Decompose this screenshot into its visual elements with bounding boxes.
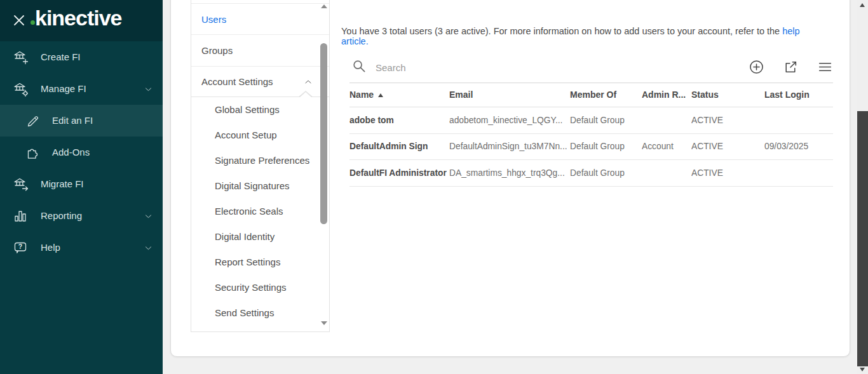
page-scrollbar-thumb[interactable]	[857, 111, 868, 366]
more-options-button[interactable]	[817, 59, 833, 75]
chevron-down-icon	[144, 84, 153, 94]
cell-status: ACTIVE	[691, 116, 764, 125]
plus-circle-icon	[749, 59, 764, 75]
subnav-item-groups[interactable]: Groups	[191, 35, 329, 67]
export-icon	[783, 59, 799, 75]
help-bubble-icon: ?	[13, 240, 28, 255]
users-toolbar	[349, 52, 833, 83]
subnav-item-label: Users	[201, 14, 226, 25]
export-button[interactable]	[783, 59, 799, 75]
cell-member-of: Default Group	[570, 116, 642, 125]
close-icon[interactable]	[10, 11, 28, 29]
primary-sidebar: kinective Create FI Manage FI Edit an FI…	[0, 0, 163, 374]
subnav-item-report-settings[interactable]: Report Settings	[191, 250, 329, 275]
column-header-label: Name	[349, 90, 374, 100]
cell-name: adobe tom	[349, 116, 449, 125]
subnav-item-global-settings[interactable]: Global Settings	[191, 97, 329, 123]
hamburger-menu-icon	[817, 59, 833, 75]
subnav-item-account-setup[interactable]: Account Setup	[191, 123, 329, 148]
sidebar-item-label: Create FI	[41, 41, 81, 73]
subnav-item-digital-signatures[interactable]: Digital Signatures	[191, 173, 329, 199]
subnav-scrollbar-thumb[interactable]	[320, 43, 327, 224]
summary-text: You have 3 total users (3 are active). F…	[341, 26, 782, 36]
cell-member-of: Default Group	[570, 168, 642, 178]
bank-gear-icon	[13, 81, 28, 97]
column-header-last-login[interactable]: Last Login	[764, 90, 833, 100]
column-header-email[interactable]: Email	[449, 90, 570, 100]
sidebar-item-label: Add-Ons	[52, 137, 90, 168]
subnav-item-label: Groups	[201, 45, 233, 56]
sidebar-item-label: Edit an FI	[52, 105, 93, 137]
sidebar-item-manage-fi[interactable]: Manage FI	[0, 73, 163, 105]
sidebar-header: kinective	[0, 0, 163, 41]
chevron-down-icon	[144, 243, 153, 253]
subnav-item-users[interactable]: Users	[191, 3, 329, 35]
sidebar-item-add-ons[interactable]: Add-Ons	[0, 137, 163, 168]
expanded-section-notch	[298, 91, 313, 97]
column-header-name[interactable]: Name	[349, 90, 449, 100]
table-row[interactable]: DefaultAdmin Sign DefaultAdminSign_tu3M7…	[349, 134, 833, 161]
puzzle-icon	[25, 145, 41, 160]
column-header-member-of[interactable]: Member Of	[570, 90, 642, 100]
sidebar-item-label: Reporting	[41, 200, 82, 232]
users-table: Name Email Member Of Admin R... Status L…	[349, 83, 833, 187]
bank-arrow-icon	[13, 177, 28, 192]
pencil-icon	[25, 113, 41, 128]
scroll-up-arrow[interactable]	[321, 4, 327, 8]
cell-admin-role: Account	[642, 142, 691, 151]
column-header-status[interactable]: Status	[691, 90, 764, 100]
sort-ascending-icon	[378, 93, 383, 97]
cell-status: ACTIVE	[691, 142, 764, 151]
users-summary-text: You have 3 total users (3 are active). F…	[341, 26, 824, 46]
subnav-item-digital-identity[interactable]: Digital Identity	[191, 224, 329, 250]
chevron-up-icon	[304, 77, 313, 86]
table-row[interactable]: DefaultFI Administrator DA_smartims_hhgx…	[349, 160, 833, 187]
logo-green-dot	[31, 20, 35, 25]
subnav-item-send-settings[interactable]: Send Settings	[191, 300, 329, 326]
subnav-item-label: Account Settings	[201, 76, 273, 87]
cell-email: DefaultAdminSign_tu3M7Nn...	[449, 142, 570, 151]
brand-logo: kinective	[35, 6, 122, 30]
cell-status: ACTIVE	[691, 168, 764, 178]
search-icon	[352, 59, 367, 74]
scroll-up-arrow[interactable]	[860, 3, 865, 7]
table-row[interactable]: adobe tom adobetom_kinective_LQGY... Def…	[349, 107, 833, 134]
sidebar-item-migrate-fi[interactable]: Migrate FI	[0, 168, 163, 200]
page-scrollbar	[857, 0, 868, 374]
search-input[interactable]	[374, 58, 580, 76]
subnav-item-signature-preferences[interactable]: Signature Preferences	[191, 148, 329, 173]
bank-plus-icon	[13, 50, 28, 65]
sidebar-item-edit-an-fi[interactable]: Edit an FI	[0, 105, 163, 137]
subnav-item-electronic-seals[interactable]: Electronic Seals	[191, 199, 329, 224]
sidebar-item-label: Help	[41, 232, 60, 264]
cell-name: DefaultFI Administrator	[349, 168, 449, 178]
cell-email: DA_smartims_hhgx_trq3Qg...	[449, 168, 570, 178]
cell-member-of: Default Group	[570, 142, 642, 151]
sidebar-item-create-fi[interactable]: Create FI	[0, 41, 163, 73]
toolbar-buttons	[749, 59, 833, 75]
column-header-admin-role[interactable]: Admin R...	[642, 90, 691, 100]
settings-subnav: Users Groups Account Settings Global Set…	[191, 0, 330, 332]
svg-text:?: ?	[18, 243, 22, 250]
subnav-scrollbar	[320, 0, 328, 331]
cell-name: DefaultAdmin Sign	[349, 142, 449, 151]
table-header-row: Name Email Member Of Admin R... Status L…	[349, 83, 833, 107]
scroll-down-arrow[interactable]	[860, 368, 865, 371]
sidebar-item-help[interactable]: ? Help	[0, 232, 163, 264]
sidebar-item-label: Manage FI	[41, 73, 86, 105]
cell-last-login: 09/03/2025	[764, 142, 833, 151]
scroll-down-arrow[interactable]	[321, 321, 327, 325]
bar-chart-icon	[13, 208, 28, 224]
add-user-button[interactable]	[749, 59, 764, 75]
sidebar-item-reporting[interactable]: Reporting	[0, 200, 163, 232]
sidebar-item-label: Migrate FI	[41, 168, 84, 200]
subnav-item-security-settings[interactable]: Security Settings	[191, 275, 329, 300]
chevron-down-icon	[144, 211, 153, 221]
cell-email: adobetom_kinective_LQGY...	[449, 116, 570, 125]
